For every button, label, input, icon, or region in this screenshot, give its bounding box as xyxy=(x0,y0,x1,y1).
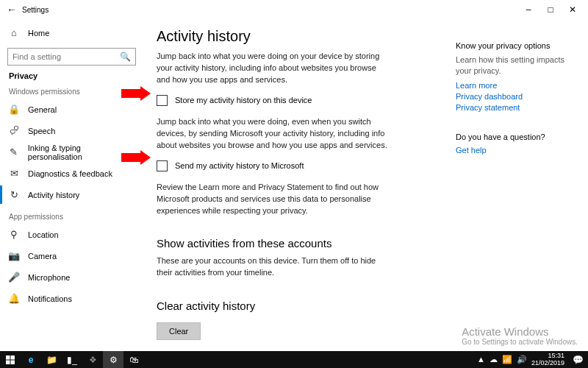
network-icon[interactable]: 📶 xyxy=(502,355,512,364)
sidebar-item-camera[interactable]: 📷 Camera xyxy=(0,245,143,266)
home-icon: ⌂ xyxy=(7,27,21,38)
link-get-help[interactable]: Get help xyxy=(456,146,578,155)
subheading-accounts: Show activities from these accounts xyxy=(157,237,442,250)
pen-icon: ✎ xyxy=(7,146,21,158)
system-tray[interactable]: ▲ ☁ 📶 🔊 xyxy=(473,355,531,364)
watermark-subtitle: Go to Settings to activate Windows. xyxy=(462,338,578,346)
history-icon: ↻ xyxy=(7,189,21,200)
checkbox-send-history-label: Send my activity history to Microsoft xyxy=(175,161,304,170)
folder-icon: 📁 xyxy=(46,355,57,365)
checkbox-icon[interactable] xyxy=(157,95,168,106)
search-input[interactable] xyxy=(12,52,120,61)
right-heading-question: Do you have a question? xyxy=(456,132,578,141)
svg-rect-2 xyxy=(6,360,10,364)
sidebar-category: Privacy xyxy=(0,71,143,80)
taskbar-edge[interactable]: e xyxy=(21,351,41,368)
checkbox-icon[interactable] xyxy=(157,160,168,171)
activation-watermark: Activate Windows Go to Settings to activ… xyxy=(462,325,578,346)
app-icon: ❖ xyxy=(89,355,97,365)
notification-icon: 💬 xyxy=(573,355,584,365)
svg-rect-3 xyxy=(11,360,15,364)
taskbar-settings[interactable]: ⚙ xyxy=(103,351,123,368)
annotation-arrow-icon xyxy=(121,86,151,101)
location-icon: ⚲ xyxy=(7,229,21,240)
chevron-up-icon[interactable]: ▲ xyxy=(477,355,485,364)
main-pane: Activity history Jump back into what you… xyxy=(143,19,456,351)
volume-icon[interactable]: 🔊 xyxy=(517,355,527,364)
sidebar-item-location[interactable]: ⚲ Location xyxy=(0,224,143,245)
action-center-button[interactable]: 💬 xyxy=(567,351,588,368)
window-title: Settings xyxy=(22,6,49,14)
speech-icon: 🗪 xyxy=(7,125,21,136)
checkbox-store-history[interactable]: Store my activity history on this device xyxy=(157,95,442,106)
start-button[interactable] xyxy=(0,351,21,368)
sidebar-item-diagnostics[interactable]: ✉ Diagnostics & feedback xyxy=(0,163,143,184)
right-pane: Know your privacy options Learn how this… xyxy=(456,19,588,351)
taskbar-date: 21/02/2019 xyxy=(531,360,564,367)
camera-icon: 📷 xyxy=(7,250,21,261)
intro-paragraph-1: Jump back into what you were doing on yo… xyxy=(157,51,392,86)
windows-logo-icon xyxy=(6,355,15,364)
clear-button[interactable]: Clear xyxy=(157,322,201,340)
bell-icon: 🔔 xyxy=(7,293,21,304)
taskbar-clock[interactable]: 15:31 21/02/2019 xyxy=(531,353,567,367)
close-button[interactable]: ✕ xyxy=(562,4,584,15)
microphone-icon: 🎤 xyxy=(7,272,21,283)
taskbar: e 📁 ▮_ ❖ ⚙ 🛍 ▲ ☁ 📶 🔊 15:31 21/02/2019 💬 xyxy=(0,351,588,368)
checkbox-store-history-label: Store my activity history on this device xyxy=(175,96,312,105)
back-button[interactable]: ← xyxy=(4,4,19,15)
sidebar-item-notifications[interactable]: 🔔 Notifications xyxy=(0,288,143,309)
search-icon: 🔍 xyxy=(120,52,131,62)
taskbar-store[interactable]: 🛍 xyxy=(123,351,144,368)
taskbar-app-1[interactable]: ❖ xyxy=(82,351,103,368)
taskbar-explorer[interactable]: 📁 xyxy=(41,351,62,368)
accounts-paragraph: These are your accounts on this device. … xyxy=(157,255,392,279)
sidebar-item-general[interactable]: 🔒 General xyxy=(0,99,143,120)
search-input-wrap[interactable]: 🔍 xyxy=(7,48,136,66)
gear-icon: ⚙ xyxy=(110,355,118,365)
right-heading-privacy: Know your privacy options xyxy=(456,41,578,50)
lock-icon: 🔒 xyxy=(7,104,21,115)
minimize-button[interactable]: – xyxy=(517,4,539,15)
onedrive-icon[interactable]: ☁ xyxy=(490,355,498,364)
annotation-arrow-icon xyxy=(121,150,151,165)
sidebar-group2-heading: App permissions xyxy=(0,213,143,221)
taskbar-terminal[interactable]: ▮_ xyxy=(62,351,82,368)
feedback-icon: ✉ xyxy=(7,168,21,179)
link-privacy-statement[interactable]: Privacy statement xyxy=(456,103,578,112)
sidebar-item-microphone[interactable]: 🎤 Microphone xyxy=(0,266,143,288)
svg-rect-0 xyxy=(6,355,10,360)
checkbox-send-history[interactable]: Send my activity history to Microsoft xyxy=(157,160,442,171)
sidebar-item-activity-history[interactable]: ↻ Activity history xyxy=(0,184,143,205)
sidebar: ⌂ Home 🔍 Privacy Windows permissions 🔒 G… xyxy=(0,19,143,351)
intro-paragraph-2: Jump back into what you were doing, even… xyxy=(157,116,392,152)
sidebar-item-speech[interactable]: 🗪 Speech xyxy=(0,120,143,141)
store-icon: 🛍 xyxy=(129,355,138,365)
intro-paragraph-3: Review the Learn more and Privacy Statem… xyxy=(157,182,392,217)
link-learn-more[interactable]: Learn more xyxy=(456,81,578,90)
watermark-title: Activate Windows xyxy=(462,325,578,338)
maximize-button[interactable]: □ xyxy=(539,4,562,15)
sidebar-home-label: Home xyxy=(28,29,49,38)
link-privacy-dashboard[interactable]: Privacy dashboard xyxy=(456,92,578,101)
terminal-icon: ▮_ xyxy=(67,355,77,365)
page-title: Activity history xyxy=(157,28,442,45)
right-text-privacy: Learn how this setting impacts your priv… xyxy=(456,54,578,77)
subheading-clear: Clear activity history xyxy=(157,300,442,312)
svg-rect-1 xyxy=(11,355,15,360)
sidebar-home[interactable]: ⌂ Home xyxy=(0,22,143,43)
